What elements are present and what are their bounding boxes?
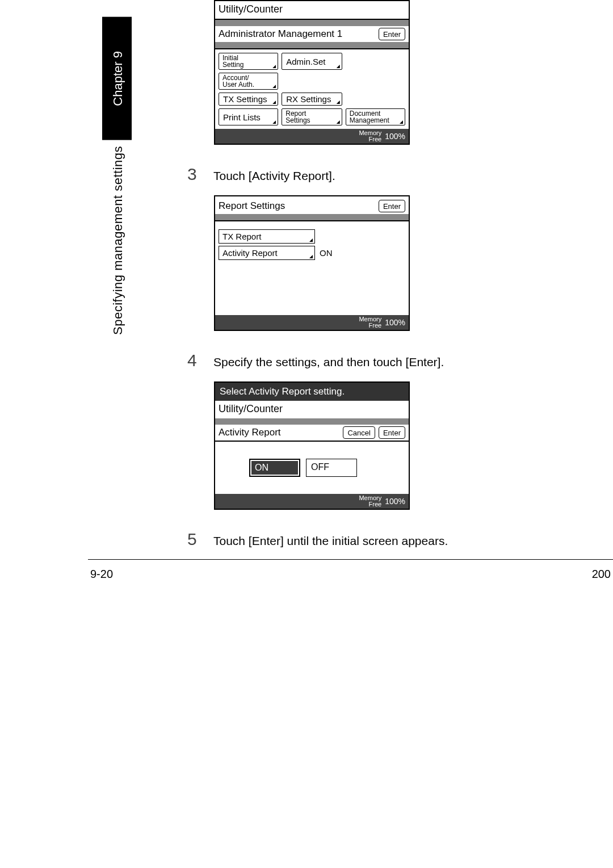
- admin-set-button[interactable]: Admin.Set: [282, 53, 342, 70]
- screen1-title: Utility/Counter: [215, 1, 409, 20]
- toggle-row: ON OFF: [215, 442, 409, 494]
- screen3-header: Activity Report: [219, 427, 281, 438]
- enter-button[interactable]: Enter: [379, 426, 405, 439]
- memory-percent: 100%: [385, 132, 405, 141]
- initial-setting-button[interactable]: Initial Setting: [219, 53, 278, 70]
- step-number: 3: [187, 165, 201, 184]
- rx-settings-button[interactable]: RX Settings: [282, 93, 342, 106]
- footer-rule: [88, 559, 613, 560]
- screen3-header-row: Activity Report Cancel Enter: [215, 425, 409, 441]
- chapter-label: Chapter 9: [102, 17, 132, 140]
- screen1-header: Administrator Management 1: [219, 28, 342, 40]
- step-number: 5: [187, 530, 201, 549]
- page-number-right: 200: [592, 568, 611, 581]
- activity-report-state: ON: [320, 248, 333, 258]
- label-line: Free: [359, 136, 381, 142]
- instruction-bar: Select Activity Report setting.: [215, 383, 409, 401]
- page-footer: 9-20 200: [88, 568, 613, 581]
- enter-button[interactable]: Enter: [379, 28, 405, 40]
- cancel-button[interactable]: Cancel: [343, 426, 375, 439]
- on-toggle[interactable]: ON: [249, 459, 300, 477]
- screen2-body: TX Report Activity Report ON: [215, 221, 409, 315]
- tx-settings-button[interactable]: TX Settings: [219, 93, 278, 106]
- account-user-auth-button[interactable]: Account/ User Auth.: [219, 73, 278, 90]
- print-lists-button[interactable]: Print Lists: [219, 108, 278, 125]
- off-toggle[interactable]: OFF: [306, 459, 357, 477]
- memory-free-label: Memory Free: [359, 130, 381, 142]
- label-line: Management: [350, 117, 389, 124]
- label-line: Setting: [222, 61, 243, 68]
- memory-percent: 100%: [385, 318, 405, 327]
- divider: [215, 214, 409, 220]
- section-label: Specifying management settings: [102, 140, 132, 341]
- divider: [215, 20, 409, 26]
- report-settings-button[interactable]: Report Settings: [282, 108, 342, 125]
- memory-percent: 100%: [385, 497, 405, 506]
- tx-report-button[interactable]: TX Report: [219, 229, 315, 244]
- document-management-button[interactable]: Document Management: [346, 108, 405, 125]
- label-line: Free: [359, 322, 381, 329]
- admin-button-grid: Initial Setting Admin.Set Account/ User …: [215, 49, 409, 129]
- memory-free-label: Memory Free: [359, 316, 381, 329]
- screen2-footer: Memory Free 100%: [215, 315, 409, 330]
- activity-report-button[interactable]: Activity Report: [219, 246, 315, 260]
- screen-report-settings: Report Settings Enter TX Report Activity…: [214, 195, 410, 331]
- screen3-title: Utility/Counter: [215, 401, 409, 418]
- label-line: Free: [359, 501, 381, 508]
- enter-button[interactable]: Enter: [379, 200, 405, 212]
- step-number: 4: [187, 351, 201, 370]
- screen1-header-row: Administrator Management 1 Enter: [215, 26, 409, 42]
- step-5: 5 Touch [Enter] until the initial screen…: [187, 530, 596, 549]
- screen3-footer: Memory Free 100%: [215, 494, 409, 509]
- step-3: 3 Touch [Activity Report].: [187, 165, 596, 184]
- screen-activity-report: Select Activity Report setting. Utility/…: [214, 381, 410, 510]
- step-4: 4 Specify the settings, and then touch […: [187, 351, 596, 370]
- step-text: Touch [Activity Report].: [213, 169, 335, 183]
- screen-admin-management: Utility/Counter Administrator Management…: [214, 0, 410, 145]
- label-line: User Auth.: [222, 81, 254, 88]
- screen2-header-row: Report Settings Enter: [215, 196, 409, 214]
- screen2-title: Report Settings: [219, 200, 285, 212]
- step-text: Touch [Enter] until the initial screen a…: [213, 534, 448, 548]
- memory-free-label: Memory Free: [359, 495, 381, 508]
- main-content: Utility/Counter Administrator Management…: [187, 0, 596, 560]
- page-number-left: 9-20: [90, 568, 113, 581]
- step-text: Specify the settings, and then touch [En…: [213, 355, 444, 369]
- side-tab: Chapter 9 Specifying management settings: [102, 17, 132, 341]
- divider: [215, 418, 409, 425]
- divider: [215, 42, 409, 48]
- label-line: Settings: [285, 117, 310, 124]
- screen1-footer: Memory Free 100%: [215, 129, 409, 144]
